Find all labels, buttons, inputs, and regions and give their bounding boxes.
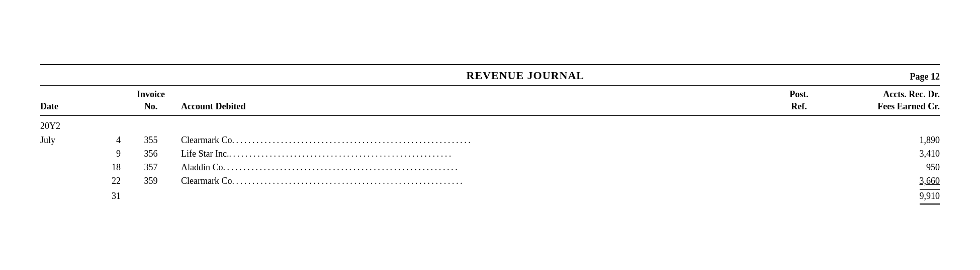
data-section: 20Y2 July 4 355 Clearmark Co. . . . . . … <box>40 118 940 206</box>
header-invoice: InvoiceNo. <box>121 89 181 112</box>
header-date: Date <box>40 101 121 112</box>
table-row: 18 357 Aladdin Co. . . . . . . . . . . .… <box>40 161 940 174</box>
amount-cell: 3,660 <box>829 176 940 186</box>
table-row: July 4 355 Clearmark Co. . . . . . . . .… <box>40 133 940 147</box>
account-cell: Clearmark Co. . . . . . . . . . . . . . … <box>181 135 769 146</box>
table-row: 22 359 Clearmark Co. . . . . . . . . . .… <box>40 174 940 188</box>
header-account: Account Debited <box>181 101 769 112</box>
header-amount: Accts. Rec. Dr.Fees Earned Cr. <box>829 89 940 112</box>
title-row: REVENUE JOURNAL Page 12 <box>40 64 940 85</box>
invoice-cell: 356 <box>121 149 181 159</box>
invoice-cell: 357 <box>121 162 181 173</box>
page-number: Page 12 <box>910 72 940 82</box>
amount-cell: 3,410 <box>829 149 940 159</box>
amount-cell: 1,890 <box>829 135 940 146</box>
month-cell: July <box>40 135 80 146</box>
total-amount-cell: 9,910 <box>829 189 940 205</box>
table-row: 9 356 Life Star Inc.. . . . . . . . . . … <box>40 147 940 161</box>
account-cell: Aladdin Co. . . . . . . . . . . . . . . … <box>181 162 769 173</box>
account-cell: Life Star Inc.. . . . . . . . . . . . . … <box>181 149 769 159</box>
amount-cell: 950 <box>829 162 940 173</box>
day-cell: 4 <box>80 135 121 146</box>
column-headers: Date InvoiceNo. Account Debited Post.Ref… <box>40 85 940 116</box>
total-value: 9,910 <box>920 189 940 205</box>
account-cell: Clearmark Co. . . . . . . . . . . . . . … <box>181 176 769 186</box>
year-row: 20Y2 <box>40 118 940 133</box>
journal-title: REVENUE JOURNAL <box>141 69 910 82</box>
day-cell: 31 <box>80 191 121 201</box>
year-label: 20Y2 <box>40 121 60 131</box>
invoice-cell: 355 <box>121 135 181 146</box>
day-cell: 18 <box>80 162 121 173</box>
header-post-ref: Post.Ref. <box>769 89 829 112</box>
table-row: 31 9,910 <box>40 188 940 206</box>
day-cell: 22 <box>80 176 121 186</box>
journal-container: REVENUE JOURNAL Page 12 Date InvoiceNo. … <box>25 54 955 216</box>
invoice-cell: 359 <box>121 176 181 186</box>
day-cell: 9 <box>80 149 121 159</box>
